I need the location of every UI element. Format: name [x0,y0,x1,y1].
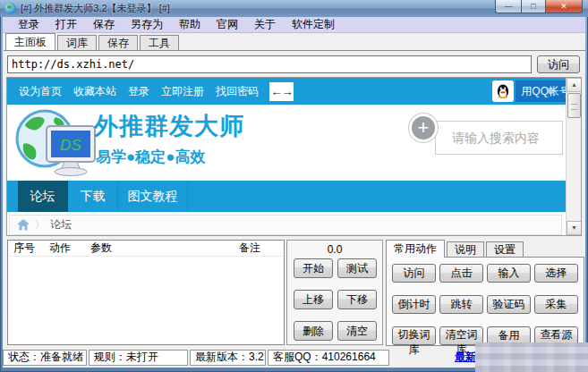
url-row: 访问 [3,54,585,75]
client-area: 登录 打开 保存 另存为 帮助 官网 关于 软件定制 主面板 词库 保存 工具 … [3,17,585,368]
delete-button[interactable]: 删除 [294,321,333,341]
maximize-button[interactable]: □ [521,0,545,13]
main-tab-strip: 主面板 词库 保存 工具 [4,34,585,51]
scroll-up-icon[interactable]: ▲ [567,78,582,92]
menu-save[interactable]: 保存 [85,17,123,32]
breadcrumb-current[interactable]: 论坛 [50,217,72,232]
tab-main-panel[interactable]: 主面板 [5,33,55,50]
embedded-browser: 设为首页 收藏本站 登录 立即注册 找回密码 ←→ [6,77,582,236]
menu-customization[interactable]: 软件定制 [284,17,343,32]
app-window: [#] 外推群发大师3.2【未登录】 [#] — □ ✕ 登录 打开 保存 另存… [0,0,588,372]
actions-panel-tabs: 常用动作 说明 设置 [386,240,525,258]
tab-settings[interactable]: 设置 [486,241,524,258]
action-input-button[interactable]: 输入 [487,264,531,283]
site-slogan: 易学●稳定●高效 [96,147,206,167]
actions-panel-body: 访问 点击 输入 选择 倒计时 跳转 验证码 采集 切换词库 清空词库 备用 查… [386,257,584,346]
move-up-button[interactable]: 上移 [294,290,333,309]
plus-circle-icon[interactable]: + [409,114,438,142]
action-switch-library-button[interactable]: 切换词库 [392,326,436,345]
site-top-bar: 设为首页 收藏本站 登录 立即注册 找回密码 ←→ [7,78,567,105]
browser-content: 设为首页 收藏本站 登录 立即注册 找回密码 ←→ [7,78,567,235]
url-input[interactable] [7,55,532,73]
move-down-button[interactable]: 下移 [337,290,377,309]
menu-official-site[interactable]: 官网 [209,17,246,32]
start-button[interactable]: 开始 [294,258,333,278]
col-action[interactable]: 动作 [44,241,85,256]
col-index[interactable]: 序号 [8,241,44,256]
link-recover-password[interactable]: 找回密码 [216,84,259,99]
col-note[interactable]: 备注 [234,241,278,256]
clear-button[interactable]: 清空 [337,321,377,341]
action-select-button[interactable]: 选择 [534,264,578,283]
status-rule: 规则：未打开 [89,350,188,366]
censored-region [475,342,588,372]
menu-open[interactable]: 打开 [47,17,85,32]
scroll-down-icon[interactable]: ▼ [567,221,582,235]
col-params[interactable]: 参数 [85,241,234,256]
window-controls: — □ ✕ [495,0,583,13]
app-icon [4,3,16,14]
action-countdown-button[interactable]: 倒计时 [392,295,436,314]
menu-about[interactable]: 关于 [246,17,284,32]
browser-scrollbar[interactable]: ▲ ▼ [566,78,581,235]
tab-word-library[interactable]: 词库 [57,35,97,50]
link-register[interactable]: 立即注册 [161,84,204,99]
qq-penguin-icon[interactable] [492,80,514,102]
nav-tab-tutorials[interactable]: 图文教程 [118,181,188,212]
home-icon[interactable] [17,219,30,231]
action-captcha-button[interactable]: 验证码 [487,295,531,314]
breadcrumb: 〉 论坛 [9,215,562,235]
action-click-button[interactable]: 点击 [439,264,483,283]
title-bar: [#] 外推群发大师3.2【未登录】 [#] — □ ✕ [0,0,588,17]
run-control-panel: 0.0 开始 测试 上移 下移 删除 清空 [286,240,383,345]
menu-save-as[interactable]: 另存为 [123,17,171,32]
minimize-button[interactable]: — [495,0,521,13]
menu-bar: 登录 打开 保存 另存为 帮助 官网 关于 软件定制 [3,17,585,33]
actions-panel: 常用动作 说明 设置 访问 点击 输入 选择 倒计时 跳转 验证码 采集 切换词… [386,240,584,346]
visit-button[interactable]: 访问 [537,55,580,73]
link-site-login[interactable]: 登录 [128,84,149,99]
link-bookmark-site[interactable]: 收藏本站 [73,84,116,99]
tab-common-actions[interactable]: 常用动作 [386,240,445,258]
nav-tab-download[interactable]: 下载 [68,181,118,212]
link-set-homepage[interactable]: 设为首页 [19,84,62,99]
timer-counter: 0.0 [287,243,382,256]
site-nav-bar: 论坛 下载 图文教程 [7,181,567,212]
tab-tools[interactable]: 工具 [140,35,179,50]
menu-login[interactable]: 登录 [10,17,47,32]
window-title: [#] 外推群发大师3.2【未登录】 [#] [21,2,170,15]
svg-text:DS: DS [60,137,81,154]
tab-save[interactable]: 保存 [98,35,138,50]
close-button[interactable]: ✕ [545,0,583,13]
scrollbar-thumb[interactable] [567,93,581,118]
menu-help[interactable]: 帮助 [171,17,209,32]
nav-tab-forum[interactable]: 论坛 [18,181,68,212]
status-qq: 客服QQ：410261664 [268,350,389,366]
action-collect-button[interactable]: 采集 [534,295,578,314]
breadcrumb-separator: 〉 [35,218,45,232]
action-table-header: 序号 动作 参数 备注 [8,241,284,257]
action-jump-button[interactable]: 跳转 [439,295,483,314]
site-logo-icon: DS [14,106,97,181]
test-button[interactable]: 测试 [337,258,377,278]
action-visit-button[interactable]: 访问 [392,264,436,283]
action-table: 序号 动作 参数 备注 [7,240,285,345]
site-logo-title: 外推群发大师 [94,110,244,142]
tab-instructions[interactable]: 说明 [447,241,484,258]
status-state: 状态：准备就绪 [3,350,87,366]
status-version: 最新版本：3.2 [190,350,266,366]
site-header: DS 外推群发大师 易学●稳定●高效 + [7,105,567,181]
site-search-input[interactable] [435,121,563,155]
history-arrows-icon[interactable]: ←→ [269,82,294,101]
